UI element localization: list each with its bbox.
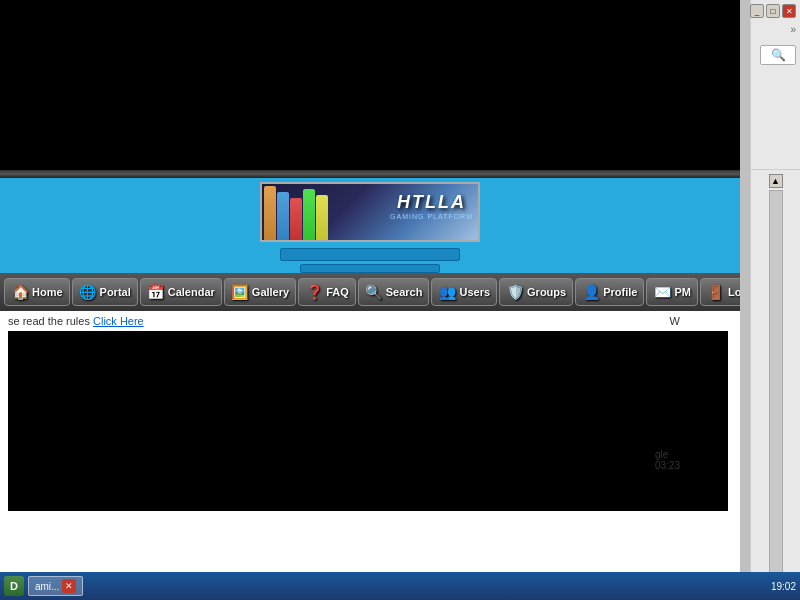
nav-search-label: Search: [386, 286, 423, 298]
nav-calendar-label: Calendar: [168, 286, 215, 298]
calendar-icon: 📅: [147, 283, 165, 301]
taskbar-active-item[interactable]: ami... ✕: [28, 576, 83, 596]
nav-gallery[interactable]: 🖼️ Gallery: [224, 278, 296, 306]
profile-icon: 👤: [582, 283, 600, 301]
separator: [0, 170, 740, 178]
banner-title: HTLLA: [390, 192, 473, 213]
site-banner: HTLLA GAMING PLATFORM: [260, 182, 480, 242]
close-button[interactable]: ✕: [782, 4, 796, 18]
nav-logout[interactable]: 🚪 Log O: [700, 278, 740, 306]
nav-groups[interactable]: 🛡️ Groups: [499, 278, 573, 306]
nav-calendar[interactable]: 📅 Calendar: [140, 278, 222, 306]
window-controls: _ □ ✕: [750, 4, 796, 18]
minimize-button[interactable]: _: [750, 4, 764, 18]
content-area: se read the rules Click Here W gle 03:23: [0, 311, 740, 511]
nav-pm-label: PM: [674, 286, 691, 298]
browser-scrollbar-area: _ □ ✕ » 🔍 ▲ ▼: [750, 0, 800, 600]
char-3: [290, 198, 302, 242]
sidebar-search-icon[interactable]: 🔍: [760, 45, 796, 65]
nav-search[interactable]: 🔍 Search: [358, 278, 430, 306]
gallery-icon: 🖼️: [231, 283, 249, 301]
users-icon: 👥: [438, 283, 456, 301]
search-icon: 🔍: [365, 283, 383, 301]
char-2: [277, 192, 289, 242]
taskbar-close-button[interactable]: ✕: [62, 579, 76, 593]
nav-logout-label: Log O: [728, 286, 740, 298]
rules-text: se read the rules: [8, 315, 90, 327]
banner-text: HTLLA GAMING PLATFORM: [390, 192, 473, 220]
nav-bar: 🏠 Home 🌐 Portal 📅 Calendar 🖼️ Gallery ❓ …: [0, 273, 740, 311]
nav-portal-label: Portal: [100, 286, 131, 298]
site-header: HTLLA GAMING PLATFORM: [0, 178, 740, 273]
click-here-link[interactable]: Click Here: [93, 315, 144, 327]
scroll-track: [769, 190, 783, 580]
scroll-up-button[interactable]: ▲: [769, 174, 783, 188]
groups-icon: 🛡️: [506, 283, 524, 301]
nav-gallery-label: Gallery: [252, 286, 289, 298]
taskbar-tray: 19:02: [771, 581, 796, 592]
scrollbar-area: ▲ ▼: [751, 170, 800, 600]
bottom-time: 03:23: [655, 460, 680, 471]
nav-profile[interactable]: 👤 Profile: [575, 278, 644, 306]
nav-users-label: Users: [459, 286, 490, 298]
nav-portal[interactable]: 🌐 Portal: [72, 278, 138, 306]
pm-icon: ✉️: [653, 283, 671, 301]
nav-profile-label: Profile: [603, 286, 637, 298]
bottom-right-info: gle 03:23: [655, 449, 680, 471]
taskbar-item-label: ami...: [35, 581, 59, 592]
nav-groups-label: Groups: [527, 286, 566, 298]
start-button[interactable]: D: [4, 576, 24, 596]
nav-users[interactable]: 👥 Users: [431, 278, 497, 306]
nav-faq[interactable]: ❓ FAQ: [298, 278, 356, 306]
taskbar-time: 19:02: [771, 581, 796, 592]
char-4: [303, 189, 315, 242]
start-label: D: [10, 580, 18, 592]
top-content-area: [0, 0, 740, 170]
char-1: [264, 186, 276, 242]
header-bar-1: [280, 248, 460, 261]
bottom-label: gle: [655, 449, 680, 460]
home-icon: 🏠: [11, 283, 29, 301]
header-bar-2: [300, 264, 440, 273]
faq-icon: ❓: [305, 283, 323, 301]
taskbar: D ami... ✕ 19:02: [0, 572, 800, 600]
maximize-button[interactable]: □: [766, 4, 780, 18]
expand-arrow[interactable]: »: [790, 24, 796, 35]
main-content-black: [8, 331, 728, 511]
char-5: [316, 195, 328, 242]
nav-pm[interactable]: ✉️ PM: [646, 278, 698, 306]
sidebar-top: _ □ ✕ » 🔍: [751, 0, 800, 170]
banner-subtitle: GAMING PLATFORM: [390, 213, 473, 220]
logout-icon: 🚪: [707, 283, 725, 301]
rules-container: se read the rules Click Here: [8, 315, 732, 327]
portal-icon: 🌐: [79, 283, 97, 301]
nav-faq-label: FAQ: [326, 286, 349, 298]
nav-home[interactable]: 🏠 Home: [4, 278, 70, 306]
browser-window: HTLLA GAMING PLATFORM 🏠 Home 🌐 Portal 📅 …: [0, 0, 740, 600]
banner-characters: [264, 186, 334, 242]
w-label: W: [670, 315, 680, 327]
nav-home-label: Home: [32, 286, 63, 298]
